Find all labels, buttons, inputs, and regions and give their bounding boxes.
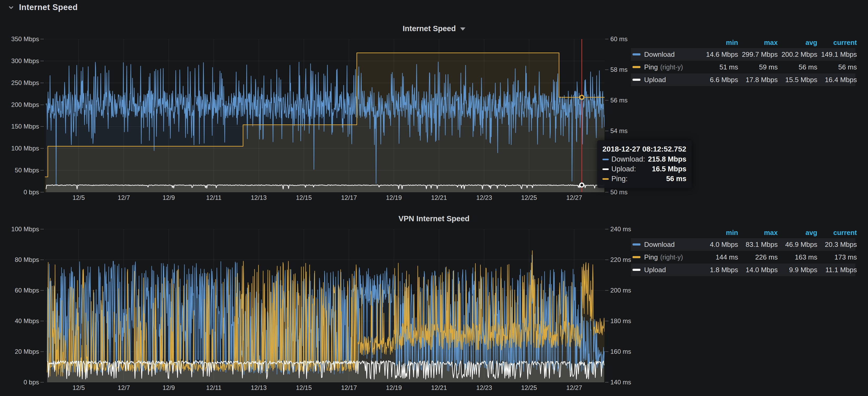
legend-row-download: Download4.0 Mbps83.1 Mbps46.9 Mbps20.3 M… xyxy=(631,238,855,251)
legend-row-download: Download14.6 Mbps299.7 Mbps200.2 Mbps149… xyxy=(631,48,855,61)
axis-tick-mark xyxy=(40,321,44,321)
legend-sort-max[interactable]: max xyxy=(738,38,778,47)
legend-sort-current[interactable]: current xyxy=(817,38,857,47)
axis-tick-mark xyxy=(605,229,609,230)
axis-tick-mark xyxy=(40,126,44,127)
y-left-tick-label: 0 bps xyxy=(0,378,39,386)
x-tick-label: 12/9 xyxy=(153,194,185,202)
legend-header-row: minmaxavgcurrent xyxy=(631,227,855,238)
legend-value-max: 17.8 Mbps xyxy=(738,76,778,84)
legend-internet-speed: minmaxavgcurrentDownload14.6 Mbps299.7 M… xyxy=(631,37,855,86)
legend-row-ping: Ping(right-y)144 ms226 ms163 ms173 ms xyxy=(631,251,855,264)
legend-series-download[interactable]: Download xyxy=(632,51,699,59)
legend-series-axis-tag: (right-y) xyxy=(660,63,683,71)
x-tick-label: 12/15 xyxy=(288,384,320,392)
vpn-internet-speed-chart-plot[interactable] xyxy=(45,229,604,382)
chart-tooltip: 2018-12-27 08:12:52.752 Download: 215.8 … xyxy=(597,140,692,188)
legend-sort-max[interactable]: max xyxy=(738,229,778,237)
legend-sort-min[interactable]: min xyxy=(699,38,738,47)
y-left-tick-label: 20 Mbps xyxy=(0,348,39,356)
row-collapse-chevron-icon[interactable] xyxy=(6,3,16,12)
x-tick-label: 12/25 xyxy=(513,384,545,392)
y-left-tick-label: 40 Mbps xyxy=(0,317,39,325)
x-tick-label: 12/23 xyxy=(468,384,500,392)
x-tick-label: 12/17 xyxy=(333,194,365,202)
x-tick-label: 12/13 xyxy=(243,194,275,202)
axis-tick-mark xyxy=(40,148,44,149)
legend-row-ping: Ping(right-y)51 ms59 ms56 ms56 ms xyxy=(631,61,855,73)
legend-series-name: Upload xyxy=(644,266,666,274)
legend-series-ping[interactable]: Ping(right-y) xyxy=(632,253,699,262)
legend-series-download[interactable]: Download xyxy=(632,241,699,249)
axis-tick-mark xyxy=(40,352,44,352)
tooltip-row-download: Download: 215.8 Mbps xyxy=(602,154,686,164)
legend-value-current: 56 ms xyxy=(817,63,857,71)
y-right-tick-label: 140 ms xyxy=(610,378,653,386)
y-right-tick-label: 180 ms xyxy=(610,317,653,325)
download-swatch-icon xyxy=(632,53,641,55)
ping-swatch-icon xyxy=(632,256,641,258)
legend-value-avg: 163 ms xyxy=(778,253,817,262)
legend-sort-current[interactable]: current xyxy=(817,229,857,237)
legend-value-min: 6.6 Mbps xyxy=(699,76,738,84)
axis-tick-mark xyxy=(40,83,44,83)
legend-value-max: 83.1 Mbps xyxy=(738,241,778,249)
axis-tick-mark xyxy=(605,39,609,39)
x-tick-label: 12/7 xyxy=(108,194,140,202)
legend-series-upload[interactable]: Upload xyxy=(632,266,699,274)
hover-marker-ping xyxy=(580,95,584,99)
legend-value-avg: 9.9 Mbps xyxy=(778,266,817,274)
x-tick-label: 12/11 xyxy=(198,384,230,392)
legend-sort-min[interactable]: min xyxy=(699,229,738,237)
download-swatch-icon xyxy=(632,243,641,245)
y-right-tick-label: 200 ms xyxy=(610,286,653,294)
x-tick-label: 12/21 xyxy=(423,384,455,392)
legend-value-max: 14.0 Mbps xyxy=(738,266,778,274)
ping-swatch-icon xyxy=(602,178,609,180)
x-tick-label: 12/27 xyxy=(558,384,590,392)
y-right-tick-label: 160 ms xyxy=(610,348,653,356)
panel-title-internet-speed[interactable]: Internet Speed xyxy=(0,23,868,34)
y-left-tick-label: 100 Mbps xyxy=(0,144,39,152)
x-tick-label: 12/7 xyxy=(108,384,140,392)
legend-value-max: 226 ms xyxy=(738,253,778,262)
legend-series-name: Upload xyxy=(644,76,666,84)
axis-tick-mark xyxy=(605,352,609,352)
x-tick-label: 12/5 xyxy=(63,384,94,392)
internet-speed-chart-plot[interactable] xyxy=(45,39,604,192)
y-left-tick-label: 200 Mbps xyxy=(0,101,39,109)
legend-row-upload: Upload6.6 Mbps17.8 Mbps15.5 Mbps16.4 Mbp… xyxy=(631,73,855,86)
panel-title-text: VPN Internet Speed xyxy=(398,214,469,223)
panel-title-vpn-internet-speed[interactable]: VPN Internet Speed xyxy=(0,213,868,224)
dashboard-row-header: Internet Speed xyxy=(6,3,78,12)
tooltip-timestamp: 2018-12-27 08:12:52.752 xyxy=(602,144,686,154)
upload-swatch-icon xyxy=(632,79,641,81)
legend-value-min: 144 ms xyxy=(699,253,738,262)
legend-sort-avg[interactable]: avg xyxy=(778,229,817,237)
axis-tick-mark xyxy=(605,382,609,383)
axis-tick-mark xyxy=(605,192,609,192)
legend-value-current: 20.3 Mbps xyxy=(817,241,857,249)
legend-value-min: 51 ms xyxy=(699,63,738,71)
download-swatch-icon xyxy=(602,159,609,160)
row-title[interactable]: Internet Speed xyxy=(19,3,78,12)
x-tick-label: 12/5 xyxy=(63,194,94,202)
legend-series-ping[interactable]: Ping(right-y) xyxy=(632,63,699,71)
tooltip-row-upload: Upload: 16.5 Mbps xyxy=(602,164,686,174)
axis-tick-mark xyxy=(40,192,44,192)
panel-title-text: Internet Speed xyxy=(403,24,456,33)
axis-tick-mark xyxy=(40,170,44,171)
legend-series-name: Download xyxy=(644,51,675,59)
y-right-tick-label: 50 ms xyxy=(610,188,653,196)
y-left-tick-label: 300 Mbps xyxy=(0,57,39,65)
legend-value-avg: 46.9 Mbps xyxy=(778,241,817,249)
tooltip-row-ping: Ping: 56 ms xyxy=(602,174,686,184)
y-left-tick-label: 0 bps xyxy=(0,188,39,196)
legend-sort-avg[interactable]: avg xyxy=(778,38,817,47)
x-tick-label: 12/27 xyxy=(558,194,590,202)
x-tick-label: 12/23 xyxy=(468,194,500,202)
legend-series-upload[interactable]: Upload xyxy=(632,76,699,84)
legend-value-avg: 15.5 Mbps xyxy=(778,76,817,84)
axis-tick-mark xyxy=(40,229,44,230)
legend-value-min: 1.8 Mbps xyxy=(699,266,738,274)
